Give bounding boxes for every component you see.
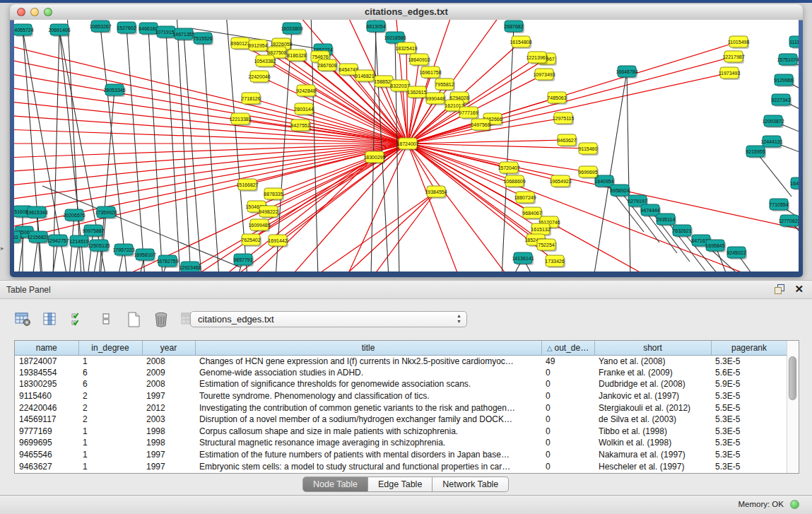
tab-network-table[interactable]: Network Table [433, 477, 509, 492]
table-cell[interactable]: 0 [541, 460, 594, 472]
graph-node[interactable]: 18724007 [396, 138, 418, 151]
graph-node[interactable]: 18325419 [395, 42, 417, 55]
close-icon[interactable]: ✕ [794, 284, 804, 294]
graph-node[interactable]: 2687682 [504, 21, 524, 33]
graph-node[interactable]: 14055724 [14, 24, 34, 37]
float-window-icon[interactable] [774, 284, 784, 294]
graph-node[interactable]: 16648784 [616, 66, 637, 78]
table-cell[interactable]: 1998 [142, 437, 195, 449]
citation-edge-red[interactable] [375, 192, 436, 271]
graph-node[interactable]: 18640910 [408, 54, 430, 66]
vertical-scrollbar[interactable] [787, 341, 799, 473]
graph-node[interactable]: 752254 [537, 239, 557, 252]
graph-node[interactable]: 9129966 [774, 74, 794, 87]
table-cell[interactable]: 1997 [142, 449, 195, 461]
table-cell[interactable]: 0 [541, 378, 594, 390]
table-cell[interactable]: 1 [78, 426, 142, 438]
network-window[interactable]: citations_edges.txt 14055724206914061065… [10, 4, 803, 277]
table-cell[interactable]: 2003 [142, 414, 195, 426]
citation-edge-red[interactable] [408, 144, 436, 192]
table-cell[interactable]: 0 [541, 437, 594, 449]
citation-edge-red[interactable] [247, 144, 408, 185]
citation-edge-black[interactable] [126, 28, 145, 271]
graph-node[interactable]: 14671355 [172, 28, 194, 41]
graph-node[interactable]: 7515526 [193, 33, 213, 45]
table-cell[interactable]: 5.3E-5 [711, 460, 787, 472]
citation-edge-red[interactable] [408, 59, 419, 144]
table-cell[interactable]: 22420046 [15, 402, 78, 414]
graph-node[interactable]: 9245022 [726, 247, 747, 259]
scrollbar-thumb[interactable] [789, 356, 796, 400]
graph-node[interactable]: 7625402 [241, 234, 261, 247]
trash-icon[interactable] [152, 310, 170, 329]
graph-node[interactable]: 12156829 [27, 231, 49, 244]
table-cell[interactable]: de Silva et al. (2003) [594, 414, 711, 426]
select-rows-icon[interactable] [69, 310, 88, 329]
table-row[interactable]: 1872400712008Changes of HCN gene express… [15, 355, 787, 367]
table-cell[interactable]: 0 [541, 414, 594, 426]
select-column-icon[interactable] [42, 310, 60, 329]
table-cell[interactable]: 6 [78, 378, 142, 390]
table-row[interactable]: 946362711997Embryonic stem cells: a mode… [15, 460, 787, 472]
graph-node[interactable]: 9215955 [746, 146, 766, 158]
table-cell[interactable]: 9465546 [15, 449, 78, 461]
graph-node[interactable]: 8878335 [264, 188, 284, 201]
graph-node[interactable]: 1645145 [790, 177, 799, 190]
table-row[interactable]: 977716911998Corpus callosum shape and si… [15, 426, 787, 438]
table-cell[interactable]: 5.3E-5 [711, 414, 787, 426]
graph-node[interactable]: 10688609 [503, 175, 525, 188]
citation-edge-black[interactable] [67, 20, 81, 271]
table-cell[interactable]: Jankovic et al. (1997) [594, 390, 711, 402]
table-cell[interactable]: Nakamura et al. (1997) [594, 449, 711, 461]
tab-edge-table[interactable]: Edge Table [368, 477, 433, 492]
table-cell[interactable]: 18300295 [15, 378, 78, 390]
graph-node[interactable]: 1733426 [545, 255, 565, 268]
graph-node[interactable]: 9463627 [557, 134, 577, 147]
graph-node[interactable]: 1111304 [789, 36, 799, 49]
graph-node[interactable]: 12975115 [553, 112, 575, 125]
graph-node[interactable]: 22420046 [248, 71, 270, 83]
graph-node[interactable]: 9146821 [355, 70, 375, 83]
graph-node[interactable]: 9777169 [459, 107, 479, 119]
citation-edge-black[interactable] [148, 28, 163, 271]
graph-node[interactable]: 15720407 [498, 162, 519, 175]
table-cell[interactable]: 5.9E-5 [711, 378, 787, 390]
table-cell[interactable]: 9699695 [15, 437, 78, 449]
table-cell[interactable]: Structural magnetic resonance image aver… [195, 437, 541, 449]
column-header-year[interactable]: year [142, 341, 195, 355]
table-row[interactable]: 2242004622012Investigating the contribut… [15, 402, 787, 414]
graph-node[interactable]: 14136141 [512, 252, 534, 265]
graph-node[interactable]: 10973493 [533, 69, 555, 81]
table-row[interactable]: 946554611997Estimation of the future num… [15, 449, 787, 461]
graph-node[interactable]: 9227343 [771, 94, 792, 107]
table-cell[interactable]: 0 [541, 390, 594, 402]
citation-edge-black[interactable] [502, 26, 514, 271]
graph-node[interactable]: 7485063 [547, 92, 567, 105]
graph-node[interactable]: 1527602 [117, 22, 137, 35]
graph-node[interactable]: 1362615 [407, 86, 428, 99]
table-cell[interactable]: 2 [78, 414, 142, 426]
graph-node[interactable]: 9857791 [233, 254, 254, 267]
graph-node[interactable]: 18300295 [363, 151, 385, 164]
graph-node[interactable]: 11973493 [719, 67, 741, 80]
table-cell[interactable]: 5.3E-5 [711, 437, 787, 449]
column-header-title[interactable]: title [195, 341, 541, 355]
citation-edge-red[interactable] [408, 144, 514, 181]
citation-edge-red[interactable] [346, 192, 436, 271]
graph-node[interactable]: 7632621 [672, 225, 693, 238]
table-cell[interactable]: 14569117 [15, 414, 78, 426]
window-titlebar[interactable]: citations_edges.txt [10, 4, 803, 21]
citation-edge-red[interactable] [408, 140, 567, 144]
table-cell[interactable]: 18724007 [15, 355, 78, 367]
tab-node-table[interactable]: Node Table [302, 477, 368, 492]
graph-node[interactable]: 10653267 [89, 21, 111, 33]
graph-node[interactable]: 9242848 [296, 85, 317, 98]
table-cell[interactable]: Corpus callosum shape and size in male p… [195, 426, 541, 438]
table-cell[interactable]: Wolkin et al. (1998) [594, 437, 711, 449]
graph-node[interactable]: 19384554 [425, 186, 447, 199]
graph-node[interactable]: 16099489 [248, 219, 270, 232]
graph-node[interactable]: 16961758 [419, 66, 441, 79]
table-cell[interactable]: 0 [541, 449, 594, 461]
table-row[interactable]: 1830029562008Estimation of significance … [15, 378, 787, 390]
graph-node[interactable]: 8186328 [287, 49, 307, 62]
